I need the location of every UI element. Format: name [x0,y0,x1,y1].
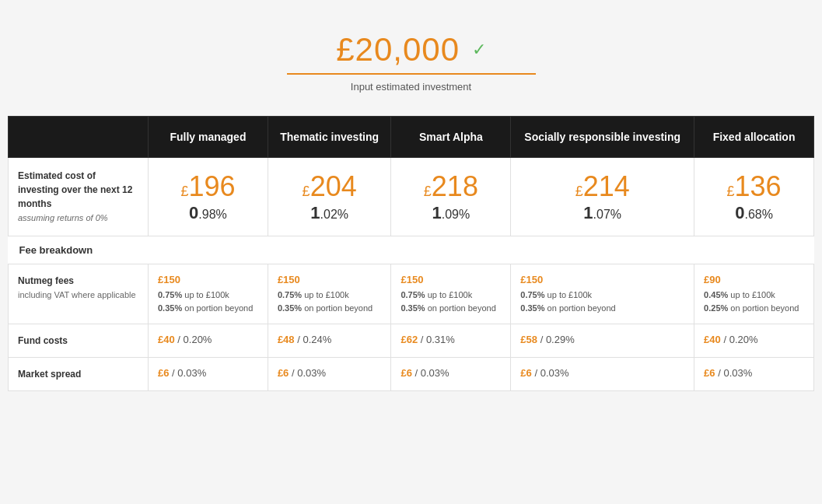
table-header-row: Fully managed Thematic investing Smart A… [9,117,814,158]
investment-amount[interactable]: £20,000 [336,31,460,68]
nutmeg-fees-label: Nutmeg fees including VAT where applicab… [9,264,149,324]
investment-input-section: £20,000 ✓ Input estimated investment [8,16,814,116]
cost-fully-managed: £196 0.98% [149,158,268,236]
header-thematic: Thematic investing [268,117,391,158]
fund-costs-thematic: £48 / 0.24% [268,324,391,358]
fund-costs-fixed: £40 / 0.20% [694,324,814,358]
cost-sri: £214 1.07% [511,158,694,236]
cost-row-label: Estimated cost of investing over the nex… [9,158,149,236]
fee-breakdown-label: Fee breakdown [9,236,814,264]
market-spread-fixed: £6 / 0.03% [694,358,814,391]
nutmeg-fixed: £90 0.45% up to £100k 0.25% on portion b… [694,264,814,324]
fee-breakdown-header: Fee breakdown [9,236,814,264]
input-underline [287,73,536,75]
header-smart-alpha: Smart Alpha [391,117,511,158]
market-spread-smart-alpha: £6 / 0.03% [391,358,511,391]
fund-costs-label: Fund costs [9,324,149,358]
fund-costs-fully-managed: £40 / 0.20% [149,324,268,358]
market-spread-thematic: £6 / 0.03% [268,358,391,391]
check-icon: ✓ [472,40,486,59]
fund-costs-smart-alpha: £62 / 0.31% [391,324,511,358]
header-fixed: Fixed allocation [694,117,814,158]
cost-thematic: £204 1.02% [268,158,391,236]
header-sri: Socially responsible investing [511,117,694,158]
nutmeg-fully-managed: £150 0.75% up to £100k 0.35% on portion … [149,264,268,324]
fund-costs-sri: £58 / 0.29% [511,324,694,358]
header-fully-managed: Fully managed [149,117,268,158]
nutmeg-thematic: £150 0.75% up to £100k 0.35% on portion … [268,264,391,324]
estimated-cost-row: Estimated cost of investing over the nex… [9,158,814,236]
cost-fixed: £136 0.68% [694,158,814,236]
header-blank [9,117,149,158]
market-spread-fully-managed: £6 / 0.03% [149,358,268,391]
comparison-table: Fully managed Thematic investing Smart A… [8,116,814,391]
market-spread-label: Market spread [9,358,149,391]
market-spread-sri: £6 / 0.03% [511,358,694,391]
market-spread-row: Market spread £6 / 0.03% £6 / 0.03% £6 /… [9,358,814,391]
nutmeg-smart-alpha: £150 0.75% up to £100k 0.35% on portion … [391,264,511,324]
fund-costs-row: Fund costs £40 / 0.20% £48 / 0.24% £62 /… [9,324,814,358]
input-label: Input estimated investment [8,81,814,93]
nutmeg-fees-row: Nutmeg fees including VAT where applicab… [9,264,814,324]
cost-smart-alpha: £218 1.09% [391,158,511,236]
nutmeg-sri: £150 0.75% up to £100k 0.35% on portion … [511,264,694,324]
